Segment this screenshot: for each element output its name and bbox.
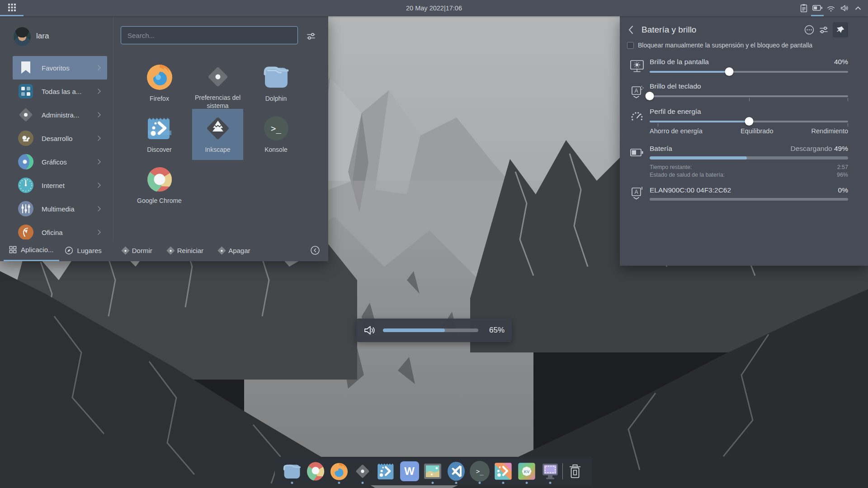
keyboard-brightness-row: A Brillo del teclado <box>650 82 848 101</box>
tab-aplicaciones[interactable]: Aplicacio... <box>4 239 59 261</box>
google-chrome-icon <box>146 165 174 193</box>
dock-separator <box>562 463 563 479</box>
screen-brightness-value: 40% <box>834 58 848 66</box>
sidebar-item-administracion[interactable]: Administra... <box>14 103 104 127</box>
dock: W >_ <box>275 457 592 485</box>
chevron-up-icon[interactable] <box>852 0 864 16</box>
app-tile-discover[interactable]: Discover <box>134 109 185 160</box>
pin-button[interactable] <box>833 22 848 38</box>
kvantum-icon: KV <box>517 461 536 481</box>
dock-item-firefox[interactable] <box>327 457 351 485</box>
battery-row: Batería Descargando 49% Tiempo restante:… <box>650 145 848 178</box>
dock-item-w-app[interactable]: W <box>398 457 421 485</box>
speaker-icon <box>363 324 377 337</box>
configure-icon <box>818 24 829 35</box>
places-icon <box>65 246 73 255</box>
chevron-right-icon <box>95 206 100 211</box>
screen-brightness-row: Brillo de la pantalla 40% <box>650 58 848 77</box>
battery-brightness-applet: Batería y brillo <box>620 16 868 266</box>
tab-lugares[interactable]: Lugares <box>59 239 107 261</box>
firefox-icon <box>329 461 349 481</box>
konsole-icon: >_ <box>470 461 490 482</box>
chevron-right-icon <box>95 230 100 235</box>
keyboard-brightness-slider[interactable] <box>650 91 848 101</box>
digital-clock[interactable]: 20 May 2022|17:06 <box>406 0 462 16</box>
dock-item-gwenview[interactable] <box>421 457 445 485</box>
clipboard-icon[interactable] <box>797 0 810 16</box>
peripheral-progressbar <box>650 198 848 201</box>
svg-text:A: A <box>634 189 638 195</box>
power-profile-slider[interactable] <box>650 117 848 127</box>
sleep-button[interactable]: Dormir <box>123 247 152 254</box>
power-profile-icon <box>629 108 645 125</box>
peripheral-percent: 0% <box>838 186 848 194</box>
pin-icon <box>836 25 845 34</box>
discover-icon <box>146 114 174 142</box>
sidebar-item-todas-las-aplicaciones[interactable]: Todas las a... <box>14 80 104 103</box>
display-config-icon <box>540 461 560 481</box>
sidebar-item-multimedia[interactable]: Multimedia <box>14 197 104 221</box>
chevron-right-icon <box>95 183 100 188</box>
session-actions: Dormir Reiniciar Apagar <box>123 239 250 261</box>
app-tile-preferencias-del-sistema[interactable]: Preferencias del sistema <box>192 58 243 109</box>
screen-brightness-slider[interactable] <box>650 67 848 77</box>
dolphin-icon <box>262 63 290 91</box>
checkbox[interactable] <box>627 42 634 49</box>
slider-handle[interactable] <box>646 92 654 100</box>
manual-block-checkbox-row[interactable]: Bloquear manualmente la suspensión y el … <box>627 42 848 49</box>
app-tile-dolphin[interactable]: Dolphin <box>250 58 302 109</box>
dock-item-system-settings[interactable] <box>351 457 374 485</box>
overflow-menu-icon <box>804 24 815 35</box>
dock-item-discover[interactable] <box>374 457 398 485</box>
peripheral-battery-row: A ELAN900C:00 04F3:2C62 0% <box>650 186 848 201</box>
dock-item-kvantum[interactable]: KV <box>515 457 538 485</box>
restart-button[interactable]: Reiniciar <box>168 247 203 254</box>
wifi-icon[interactable] <box>825 0 837 16</box>
chevron-right-icon <box>95 112 100 117</box>
applet-title: Batería y brillo <box>642 25 804 35</box>
search-input[interactable] <box>121 26 298 44</box>
dock-item-dolphin[interactable] <box>280 457 304 485</box>
app-tile-google-chrome[interactable]: Google Chrome <box>134 160 185 211</box>
configure-button[interactable] <box>818 24 829 35</box>
dock-item-konsole[interactable]: >_ <box>468 457 491 485</box>
discover-icon <box>377 461 396 481</box>
app-grid-icon <box>8 3 16 12</box>
peripheral-device-icon: A <box>629 185 645 202</box>
system-settings-icon <box>353 461 373 481</box>
firefox-icon <box>146 63 174 91</box>
dock-item-display-config[interactable] <box>538 457 562 485</box>
all-apps-icon <box>16 82 35 101</box>
sidebar-item-desarrollo[interactable]: Desarrollo <box>14 127 104 150</box>
sidebar-item-favoritos[interactable]: Favoritos <box>13 56 107 80</box>
google-chrome-icon <box>306 461 326 482</box>
dock-item-multicolor-app[interactable] <box>491 457 515 485</box>
back-button[interactable] <box>627 25 635 35</box>
app-tile-firefox[interactable]: Firefox <box>134 58 185 109</box>
back-icon <box>627 25 635 35</box>
dock-item-trash[interactable] <box>563 457 587 485</box>
internet-icon <box>16 176 35 195</box>
shutdown-button[interactable]: Apagar <box>219 247 250 254</box>
dock-item-vscode[interactable] <box>444 457 468 485</box>
configure-icon[interactable] <box>306 31 316 43</box>
battery-icon[interactable] <box>811 0 824 16</box>
avatar[interactable] <box>14 27 31 46</box>
sidebar-item-internet[interactable]: Internet <box>14 174 104 197</box>
slider-handle[interactable] <box>725 67 733 76</box>
screen-brightness-icon <box>629 58 645 74</box>
app-tile-konsole[interactable]: >_ Konsole <box>250 109 302 160</box>
overflow-menu-button[interactable] <box>804 24 815 35</box>
option-rendimiento: Rendimiento <box>811 127 848 135</box>
application-launcher: lara Favoritos <box>0 16 328 261</box>
multimedia-icon <box>16 199 35 218</box>
session-history-button[interactable] <box>310 239 320 261</box>
sidebar-item-graficos[interactable]: Gráficos <box>14 150 104 174</box>
application-launcher-button[interactable] <box>0 0 24 16</box>
chevron-right-icon <box>95 159 100 164</box>
slider-handle[interactable] <box>745 117 753 126</box>
volume-icon[interactable] <box>838 0 851 16</box>
app-tile-inkscape[interactable]: Inkscape <box>192 109 243 160</box>
inkscape-icon <box>204 114 232 142</box>
dock-item-google-chrome[interactable] <box>304 457 327 485</box>
